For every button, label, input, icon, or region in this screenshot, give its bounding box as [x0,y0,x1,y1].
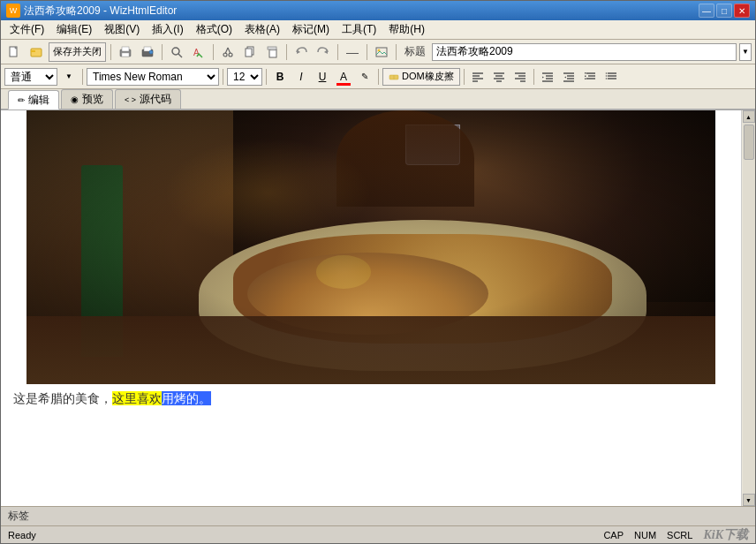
svg-rect-19 [269,49,276,57]
toolbar-separator-4 [286,44,287,60]
search-button[interactable] [167,42,186,62]
tab-source-label: 源代码 [140,92,171,107]
format-sep-1 [82,69,83,85]
svg-point-61 [605,78,607,79]
font-name-select[interactable]: Times New Roman [87,68,219,86]
highlight-button[interactable]: ✎ [355,67,374,87]
hr-button[interactable]: — [343,42,362,62]
font-color-label: A [340,71,347,83]
menu-bar: 文件(F) 编辑(E) 视图(V) 插入(I) 格式(O) 表格(A) 标记(M… [1,20,755,40]
menu-mark[interactable]: 标记(M) [287,20,335,39]
editor-area: 这是希腊的美食，这里喜欢用烤的。 ▲ ▼ [1,110,755,506]
italic-button[interactable]: I [291,67,311,87]
app-icon: W [6,4,20,18]
editor-scrollbar[interactable]: ▲ ▼ [741,110,755,506]
scroll-up-arrow[interactable]: ▲ [743,110,755,123]
menu-table[interactable]: 表格(A) [239,20,285,39]
paragraph-dropdown-arrow[interactable]: ▼ [59,67,79,87]
format-sep-5 [464,69,465,85]
title-dropdown-arrow[interactable]: ▼ [739,43,752,61]
menu-insert[interactable]: 插入(I) [147,20,188,39]
svg-rect-2 [31,49,42,57]
spell-check-button[interactable]: A [189,42,208,62]
svg-rect-18 [246,49,252,57]
list-indent-icon [584,72,596,82]
scroll-track[interactable] [743,123,755,494]
indent-button[interactable] [538,67,557,87]
align-center-button[interactable] [489,67,509,87]
text-before-highlight: 这是希腊的美食， [13,391,112,405]
dom-eraser-button[interactable]: DOM橡皮擦 [382,68,460,86]
toolbar-separator-7 [396,44,397,60]
title-bar: W 法西希攻略2009 - WizHtmlEditor — □ ✕ [1,1,755,20]
list-outdent-button[interactable] [601,67,621,87]
toolbar-separator-6 [367,44,367,60]
open-button[interactable] [26,42,46,62]
svg-line-11 [178,54,182,57]
align-center-icon [493,72,505,82]
svg-rect-21 [268,47,276,49]
align-right-button[interactable] [510,67,530,87]
bold-button[interactable]: B [270,67,290,87]
save-close-label: 保存并关闭 [53,45,102,58]
redo-button[interactable] [314,42,333,62]
tab-preview[interactable]: ◉ 预览 [61,89,113,109]
svg-rect-55 [585,78,586,79]
svg-marker-44 [542,76,544,78]
text-content[interactable]: 这是希腊的美食，这里喜欢用烤的。 [1,384,741,419]
toolbar-separator-2 [162,44,163,60]
toolbar-separator-3 [213,44,214,60]
menu-edit[interactable]: 编辑(E) [51,20,97,39]
scroll-down-arrow[interactable]: ▼ [743,494,755,506]
window-title: 法西希攻略2009 - WizHtmlEditor [24,4,177,19]
menu-format[interactable]: 格式(O) [191,20,238,39]
align-left-button[interactable] [468,67,488,87]
tab-source[interactable]: < > 源代码 [115,89,181,109]
menu-view[interactable]: 视图(V) [99,20,145,39]
undo-button[interactable] [291,42,311,62]
tag-label: 标签 [8,509,36,524]
preview-print-button[interactable] [138,42,157,62]
menu-file[interactable]: 文件(F) [4,20,49,39]
underline-button[interactable]: U [313,67,332,87]
eraser-icon [389,72,399,82]
save-close-button[interactable]: 保存并关闭 [49,42,106,62]
copy-button[interactable] [240,42,260,62]
title-input[interactable] [432,43,737,61]
menu-help[interactable]: 帮助(H) [383,20,430,39]
print-button[interactable] [116,42,135,62]
format-sep-2 [223,69,223,85]
close-button[interactable]: ✕ [734,4,750,18]
svg-rect-3 [31,50,35,52]
maximize-button[interactable]: □ [716,4,732,18]
text-yellow-highlight: 这里喜欢 [112,391,162,405]
ready-status: Ready [8,530,36,540]
outdent-icon [563,72,575,82]
table-surface [26,316,715,385]
highlight-icon: ✎ [361,72,368,81]
new-button[interactable] [4,42,24,62]
tab-edit[interactable]: ✏ 编辑 [8,90,59,110]
bottom-status-bar: Ready CAP NUM SCRL KiK下载 [1,525,755,543]
menu-tools[interactable]: 工具(T) [336,20,382,39]
scroll-thumb[interactable] [744,125,754,160]
outdent-button[interactable] [559,67,578,87]
num-indicator: NUM [634,530,656,540]
font-color-button[interactable]: A [334,67,353,87]
list-indent-button[interactable] [580,67,600,87]
tag-status-bar: 标签 [1,506,755,525]
svg-marker-22 [297,49,300,54]
svg-marker-49 [564,76,566,78]
font-size-select[interactable]: 12 [227,68,262,86]
light-glow [164,138,371,247]
insert-image-button[interactable] [372,42,391,62]
text-blue-highlight: 用烤的。 [162,391,211,405]
minimize-button[interactable]: — [699,4,714,18]
paste-button[interactable] [262,42,282,62]
editor-image [26,110,715,384]
svg-rect-24 [376,48,387,57]
align-left-icon [472,72,484,82]
format-sep-6 [533,69,534,85]
cut-button[interactable] [218,42,238,62]
paragraph-style-select[interactable]: 普通 [4,68,57,86]
